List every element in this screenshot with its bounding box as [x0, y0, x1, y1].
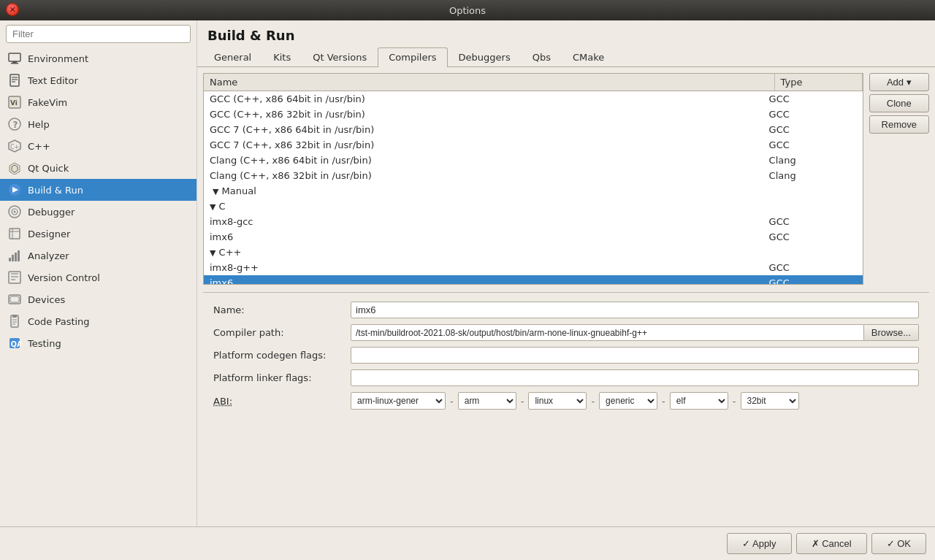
- sidebar-item-analyzer[interactable]: Analyzer: [0, 245, 196, 266]
- table-row-selected[interactable]: imx6 GCC: [204, 275, 863, 284]
- sidebar-item-testing[interactable]: QA Testing: [0, 332, 196, 354]
- name-input[interactable]: [351, 302, 919, 318]
- abi-select-1[interactable]: arm-linux-gener: [351, 392, 446, 410]
- table-row[interactable]: ▼ C++: [204, 245, 863, 260]
- tab-compilers[interactable]: Compilers: [378, 47, 447, 67]
- sidebar-label-devices: Devices: [28, 294, 65, 305]
- name-label: Name:: [213, 304, 345, 315]
- sidebar-label-version-control: Version Control: [28, 272, 100, 283]
- add-button[interactable]: Add ▾: [869, 73, 929, 91]
- row-type: [769, 201, 857, 212]
- table-row[interactable]: imx6 GCC: [204, 229, 863, 245]
- tab-qbs[interactable]: Qbs: [522, 47, 562, 66]
- compiler-path-row: Compiler path: Browse...: [213, 324, 919, 341]
- table-header: Name Type: [204, 74, 863, 91]
- compiler-path-input[interactable]: [351, 324, 864, 341]
- sidebar-item-text-editor[interactable]: Text Editor: [0, 69, 196, 91]
- table-row[interactable]: GCC 7 (C++, x86 32bit in /usr/bin) GCC: [204, 137, 863, 153]
- sidebar-item-cpp[interactable]: C++ C++: [0, 135, 196, 157]
- row-type: [769, 247, 857, 258]
- abi-row: ABI: arm-linux-gener - arm - linux: [213, 392, 919, 410]
- browse-button[interactable]: Browse...: [864, 324, 919, 341]
- sidebar-label-designer: Designer: [28, 229, 70, 239]
- abi-sep-4: -: [660, 396, 667, 407]
- row-type: GCC: [769, 216, 857, 227]
- row-name: ▼ Manual: [210, 185, 769, 196]
- tab-kits[interactable]: Kits: [262, 47, 302, 66]
- abi-sep-3: -: [589, 396, 596, 407]
- table-row[interactable]: imx8-g++ GCC: [204, 260, 863, 275]
- abi-select-5[interactable]: elf: [670, 392, 728, 410]
- sidebar-label-cpp: C++: [28, 141, 50, 152]
- table-row[interactable]: GCC 7 (C++, x86 64bit in /usr/bin) GCC: [204, 122, 863, 137]
- table-row[interactable]: imx8-gcc GCC: [204, 214, 863, 229]
- sidebar-item-environment[interactable]: Environment: [0, 47, 196, 69]
- abi-select-6[interactable]: 32bit: [741, 392, 799, 410]
- designer-icon: [7, 226, 22, 241]
- title-bar: ✕ Options: [0, 0, 935, 20]
- svg-text:Vi: Vi: [10, 99, 18, 107]
- table-row[interactable]: Clang (C++, x86 64bit in /usr/bin) Clang: [204, 153, 863, 168]
- table-row[interactable]: GCC (C++, x86 64bit in /usr/bin) GCC: [204, 91, 863, 107]
- devices-icon: [7, 292, 22, 307]
- abi-select-3[interactable]: linux: [528, 392, 587, 410]
- sidebar-item-code-pasting[interactable]: Code Pasting: [0, 310, 196, 332]
- sidebar-item-devices[interactable]: Devices: [0, 288, 196, 310]
- codegen-flags-input[interactable]: [351, 347, 919, 364]
- row-type: GCC: [769, 93, 857, 104]
- abi-select-4[interactable]: generic: [599, 392, 657, 410]
- codegen-flags-row: Platform codegen flags:: [213, 347, 919, 364]
- linker-flags-input[interactable]: [351, 369, 919, 386]
- svg-rect-23: [9, 258, 11, 261]
- sidebar-label-testing: Testing: [28, 338, 61, 349]
- row-name: ▼ C++: [210, 247, 769, 258]
- svg-marker-13: [9, 163, 20, 174]
- table-row[interactable]: ▼ C: [204, 199, 863, 214]
- cancel-button[interactable]: ✗ Cancel: [796, 533, 867, 554]
- tab-qt-versions[interactable]: Qt Versions: [302, 47, 378, 66]
- svg-text:?: ?: [13, 120, 18, 130]
- close-button[interactable]: ✕: [6, 3, 19, 16]
- apply-button[interactable]: ✓ Apply: [727, 533, 791, 554]
- svg-rect-32: [10, 296, 19, 302]
- svg-rect-24: [12, 255, 14, 261]
- table-row[interactable]: ▼ Manual: [204, 183, 863, 199]
- linker-flags-label: Platform linker flags:: [213, 372, 345, 383]
- qtquick-icon: [7, 161, 22, 175]
- col-header-type: Type: [775, 74, 863, 91]
- clone-button[interactable]: Clone: [869, 94, 929, 112]
- table-row[interactable]: GCC (C++, x86 32bit in /usr/bin) GCC: [204, 107, 863, 122]
- sidebar-label-debugger: Debugger: [28, 207, 75, 218]
- sidebar-item-debugger[interactable]: Debugger: [0, 201, 196, 223]
- bottom-bar: ✓ Apply ✗ Cancel ✓ OK: [0, 526, 935, 560]
- sidebar-item-qt-quick[interactable]: Qt Quick: [0, 157, 196, 179]
- svg-rect-25: [15, 253, 17, 261]
- text-editor-icon: [7, 73, 22, 88]
- sidebar-label-code-pasting: Code Pasting: [28, 316, 90, 327]
- sidebar-item-fakevim[interactable]: Vi FakeVim: [0, 91, 196, 113]
- compiler-form: Name: Compiler path: Browse... Platform …: [203, 292, 929, 415]
- tab-cmake[interactable]: CMake: [562, 47, 615, 66]
- ok-button[interactable]: ✓ OK: [871, 533, 926, 554]
- tab-debuggers[interactable]: Debuggers: [448, 47, 522, 66]
- row-type: GCC: [769, 124, 857, 135]
- abi-selects: arm-linux-gener - arm - linux -: [351, 392, 919, 410]
- row-type: Clang: [769, 170, 857, 181]
- cpp-icon: C++: [7, 139, 22, 153]
- build-icon: [7, 183, 22, 197]
- sidebar-item-help[interactable]: ? Help: [0, 113, 196, 135]
- filter-input[interactable]: [6, 25, 191, 43]
- abi-select-2[interactable]: arm: [458, 392, 516, 410]
- sidebar-label-help: Help: [28, 119, 50, 130]
- table-body: GCC (C++, x86 64bit in /usr/bin) GCC GCC…: [204, 91, 863, 284]
- sidebar-item-version-control[interactable]: Version Control: [0, 266, 196, 288]
- sidebar-item-designer[interactable]: Designer: [0, 223, 196, 245]
- abi-sep-5: -: [731, 396, 738, 407]
- tab-general[interactable]: General: [203, 47, 262, 66]
- analyzer-icon: [7, 248, 22, 263]
- remove-button[interactable]: Remove: [869, 115, 929, 134]
- sidebar: Environment Text Editor Vi FakeVim: [0, 20, 197, 526]
- table-row[interactable]: Clang (C++, x86 32bit in /usr/bin) Clang: [204, 168, 863, 183]
- sidebar-item-build-run[interactable]: Build & Run: [0, 179, 196, 201]
- row-type: GCC: [769, 277, 857, 284]
